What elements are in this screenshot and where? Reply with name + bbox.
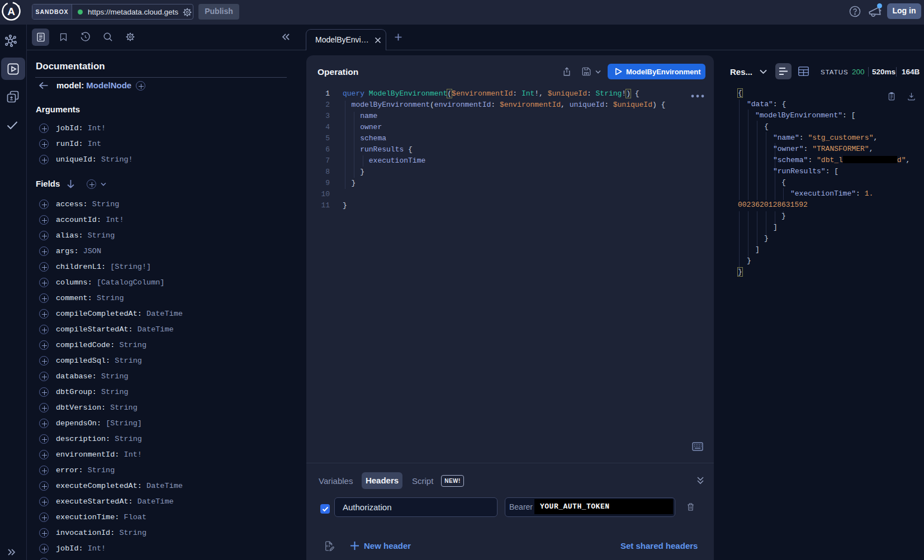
svg-text:A: A [7,6,15,17]
